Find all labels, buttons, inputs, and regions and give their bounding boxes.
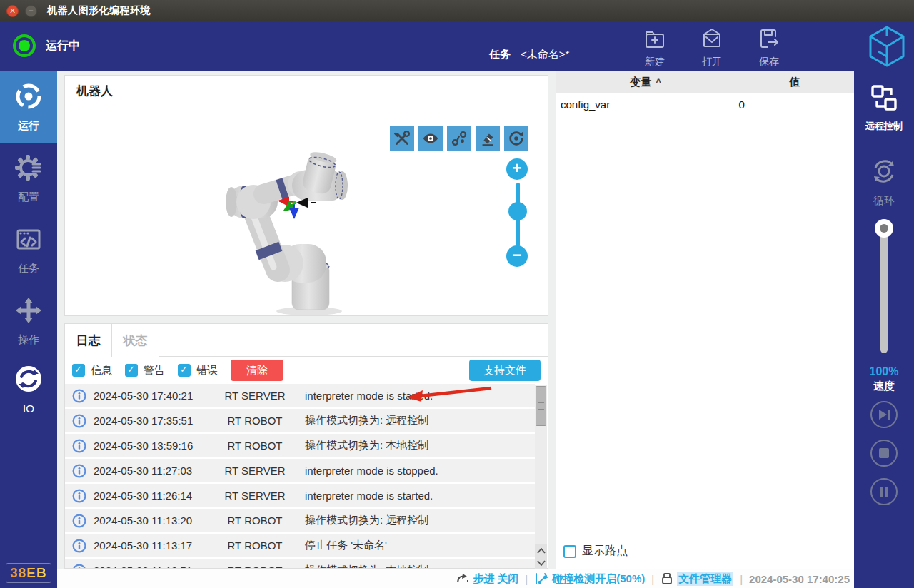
- sidebar-item-task[interactable]: 任务: [0, 214, 57, 285]
- error-filter-label: 错误: [196, 364, 218, 377]
- log-row: 2024-05-30 11:13:20 RT ROBOT 操作模式切换为: 远程…: [65, 509, 535, 532]
- zoom-out-button[interactable]: [506, 245, 528, 267]
- variable-column-header[interactable]: 变量: [556, 71, 735, 93]
- log-time: 2024-05-30 11:13:20: [94, 514, 215, 527]
- info-filter-checkbox[interactable]: [72, 364, 85, 377]
- log-scrollbar[interactable]: [535, 385, 547, 569]
- loop-button[interactable]: 循环: [854, 156, 914, 208]
- open-button[interactable]: 打开: [690, 27, 733, 69]
- support-file-button[interactable]: 支持文件: [469, 360, 541, 381]
- info-icon: [72, 539, 94, 553]
- sidebar-item-io[interactable]: IO: [0, 357, 57, 421]
- tools-button[interactable]: [390, 126, 414, 151]
- step-mode-toggle[interactable]: 步进 关闭: [456, 572, 518, 586]
- step-forward-button[interactable]: [870, 401, 898, 428]
- log-row: 2024-05-30 11:27:03 RT SERVER interprete…: [65, 459, 535, 482]
- step-forward-icon: [877, 408, 891, 421]
- warning-filter-checkbox[interactable]: [125, 364, 138, 377]
- statusbar-separator: |: [525, 573, 528, 585]
- log-source: RT SERVER: [215, 465, 295, 477]
- log-message: interpreter mode is stopped.: [295, 465, 535, 477]
- scroll-up-icon[interactable]: [535, 544, 547, 557]
- save-button[interactable]: 保存: [748, 27, 790, 69]
- io-icon: [14, 364, 44, 397]
- eye-icon: [421, 129, 440, 148]
- new-task-icon: [643, 41, 667, 54]
- robot-view-toolbar: [390, 126, 528, 151]
- sort-asc-icon: [656, 76, 661, 88]
- sidebar-item-label: 任务: [18, 262, 39, 275]
- robot-panel: 机器人: [64, 75, 548, 316]
- open-icon: [700, 41, 724, 54]
- path-button[interactable]: [447, 126, 471, 151]
- speed-label: 速度: [854, 380, 914, 393]
- log-filterbar: 信息 警告 错误 清除 支持文件: [65, 357, 548, 384]
- clear-log-button[interactable]: 清除: [231, 360, 283, 381]
- loop-icon: [868, 156, 900, 190]
- run-icon: [14, 82, 43, 113]
- log-time: 2024-05-30 17:40:21: [94, 390, 215, 402]
- variables-panel: 变量 值 config_var 0 显示路点: [556, 71, 854, 569]
- variable-name: config_var: [556, 98, 735, 111]
- value-column-header[interactable]: 值: [735, 71, 854, 93]
- zoom-in-button[interactable]: [506, 158, 528, 180]
- scrollbar-thumb[interactable]: [536, 386, 546, 426]
- sidebar-item-label: 配置: [18, 191, 39, 204]
- close-icon[interactable]: ✕: [6, 5, 19, 17]
- variables-header: 变量 值: [556, 71, 854, 93]
- log-message: interpreter mode is started.: [295, 390, 535, 402]
- log-row: 2024-05-30 11:26:14 RT SERVER interprete…: [65, 484, 535, 507]
- new-task-button[interactable]: 新建: [633, 27, 676, 69]
- sidebar-item-run[interactable]: 运行: [0, 71, 57, 143]
- remote-control-label: 远程控制: [865, 120, 903, 133]
- error-filter-checkbox[interactable]: [178, 364, 191, 377]
- statusbar-separator: |: [740, 573, 743, 585]
- variable-row[interactable]: config_var 0: [556, 93, 854, 115]
- sidebar-item-label: 操作: [18, 333, 39, 347]
- rotate-view-button[interactable]: [504, 126, 528, 151]
- show-waypoints-row: 显示路点: [563, 544, 628, 559]
- variable-column-label: 变量: [630, 76, 651, 89]
- log-row: 2024-05-30 11:13:17 RT ROBOT 停止任务 '未命名': [65, 534, 535, 557]
- zoom-slider-handle[interactable]: [508, 202, 527, 220]
- remote-control-button[interactable]: 远程控制: [854, 83, 914, 133]
- save-label: 保存: [748, 56, 790, 69]
- loop-label: 循环: [873, 194, 895, 208]
- log-time: 2024-05-30 11:27:03: [94, 465, 215, 477]
- save-icon: [757, 41, 781, 54]
- file-manager-button[interactable]: 文件管理器: [661, 572, 733, 586]
- log-source: RT ROBOT: [215, 564, 295, 568]
- tab-log[interactable]: 日志: [65, 324, 112, 357]
- log-tabs: 日志 状态: [65, 324, 548, 357]
- show-waypoints-checkbox[interactable]: [563, 545, 576, 558]
- log-list[interactable]: 2024-05-30 17:40:21 RT SERVER interprete…: [65, 384, 548, 568]
- warning-filter-label: 警告: [144, 364, 165, 377]
- sidebar-item-jog[interactable]: 操作: [0, 285, 57, 357]
- show-waypoints-label: 显示路点: [582, 544, 628, 559]
- tab-status[interactable]: 状态: [112, 324, 159, 357]
- run-status-icon: [13, 34, 36, 57]
- statusbar-separator: |: [651, 573, 654, 585]
- log-message: 操作模式切换为: 本地控制: [295, 564, 535, 568]
- rotate-icon: [507, 129, 526, 148]
- eraser-button[interactable]: [476, 126, 500, 151]
- pause-button[interactable]: [870, 478, 898, 505]
- minimize-icon[interactable]: −: [25, 5, 37, 17]
- step-mode-icon: [456, 573, 469, 584]
- speed-slider-track[interactable]: [880, 225, 888, 353]
- stop-icon: [878, 447, 890, 459]
- scroll-down-icon[interactable]: [535, 557, 547, 569]
- sidebar-item-label: 运行: [18, 119, 39, 133]
- info-icon: [72, 514, 94, 528]
- sidebar-item-config[interactable]: 配置: [0, 143, 57, 214]
- stop-button[interactable]: [870, 440, 898, 467]
- status-badge[interactable]: 38EB: [6, 563, 51, 583]
- visibility-button[interactable]: [418, 126, 443, 151]
- collision-detection-toggle[interactable]: 碰撞检测开启(50%): [534, 572, 645, 586]
- log-source: RT SERVER: [215, 490, 295, 502]
- info-icon: [72, 439, 94, 453]
- log-time: 2024-05-30 17:35:51: [94, 415, 215, 427]
- log-time: 2024-05-30 11:26:14: [94, 490, 215, 502]
- speed-slider-handle[interactable]: [875, 219, 893, 238]
- log-source: RT ROBOT: [215, 514, 295, 527]
